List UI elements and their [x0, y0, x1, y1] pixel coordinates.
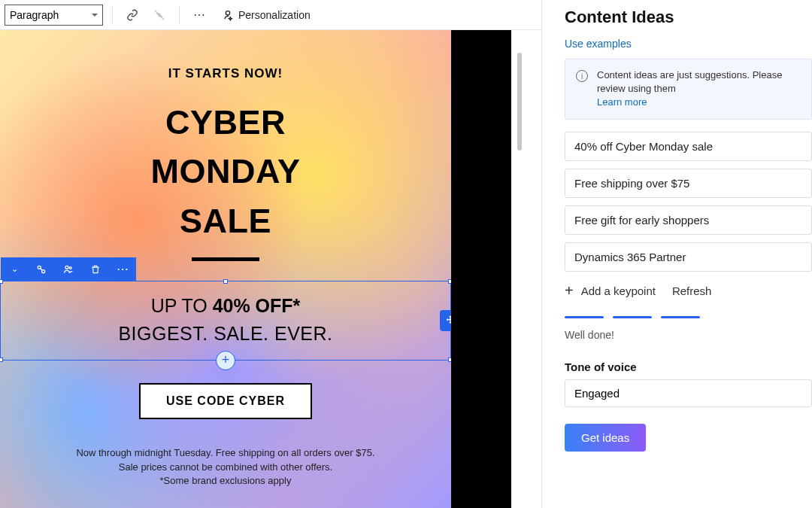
style-select-value: Paragraph — [10, 9, 59, 21]
discount-strong: 40% OFF* — [213, 295, 301, 316]
resize-handle[interactable] — [0, 357, 3, 362]
keypoint-input[interactable]: Free gift for early shoppers — [565, 205, 812, 235]
info-box: i Content ideas are just suggestions. Pl… — [565, 59, 812, 120]
tone-label: Tone of voice — [565, 360, 812, 373]
canvas-wrap: IT STARTS NOW! CYBER MONDAY SALE ⌄ ⋯ UP … — [0, 30, 541, 508]
hero-title: CYBER MONDAY SALE — [0, 98, 451, 245]
keypoint-input[interactable]: Free shipping over $75 — [565, 169, 812, 198]
block-expand-button[interactable]: ⌄ — [1, 257, 28, 281]
add-keypoint-label: Add a keypoint — [581, 284, 656, 297]
personalization-button[interactable]: Personalization — [216, 5, 317, 26]
resize-handle[interactable] — [448, 357, 451, 362]
content-ideas-panel: Content Ideas Use examples i Content ide… — [541, 0, 812, 508]
svg-point-3 — [69, 266, 71, 269]
info-icon: i — [576, 70, 588, 82]
chevron-down-icon — [92, 14, 98, 17]
person-gear-icon — [222, 9, 234, 21]
add-block-button[interactable]: + — [216, 351, 235, 370]
scrollbar-area — [511, 30, 541, 508]
separator — [179, 6, 180, 24]
scrollbar-thumb[interactable] — [517, 53, 522, 151]
block-delete-button[interactable] — [82, 257, 109, 281]
preheader-text: IT STARTS NOW! — [0, 30, 451, 81]
discount-line: UP TO 40% OFF* — [1, 295, 450, 317]
keypoints-list: 40% off Cyber Monday sale Free shipping … — [565, 132, 812, 272]
block-more-button[interactable]: ⋯ — [109, 257, 136, 281]
plus-icon: + — [565, 282, 574, 300]
fine-print-2: Sale prices cannot be combined with othe… — [0, 461, 451, 475]
block-people-button[interactable] — [55, 257, 82, 281]
use-examples-link[interactable]: Use examples — [565, 38, 812, 50]
fine-print-3: *Some brand exclusions apply — [0, 474, 451, 488]
resize-handle[interactable] — [0, 279, 3, 284]
tone-select[interactable]: Engaged — [565, 379, 812, 407]
progress-segment — [613, 316, 652, 318]
unlink-icon — [149, 5, 170, 26]
progress-status: Well done! — [565, 329, 812, 341]
discount-prefix: UP TO — [151, 295, 213, 316]
refresh-button[interactable]: Refresh — [672, 284, 712, 297]
biggest-line: BIGGEST. SALE. EVER. — [1, 323, 450, 345]
selection-texts: UP TO 40% OFF* BIGGEST. SALE. EVER. — [1, 295, 450, 345]
hero-line-2: MONDAY — [0, 147, 451, 196]
email-canvas[interactable]: IT STARTS NOW! CYBER MONDAY SALE ⌄ ⋯ UP … — [0, 30, 451, 508]
add-keypoint-button[interactable]: + Add a keypoint — [565, 282, 656, 300]
personalization-label: Personalization — [238, 9, 311, 21]
editor-pane: Paragraph ⋯ Personalization IT STARTS NO… — [0, 0, 541, 508]
tone-select-value: Engaged — [574, 387, 620, 400]
progress-segment — [661, 316, 700, 318]
block-link-button[interactable] — [28, 257, 55, 281]
panel-title: Content Ideas — [565, 8, 812, 27]
keypoint-actions: + Add a keypoint Refresh — [565, 282, 812, 300]
learn-more-link[interactable]: Learn more — [597, 96, 647, 108]
block-toolbar: ⌄ ⋯ — [1, 257, 136, 281]
resize-handle[interactable] — [448, 279, 451, 284]
drag-handle[interactable] — [440, 310, 451, 331]
hero-line-3: SALE — [0, 196, 451, 245]
keypoint-input[interactable]: 40% off Cyber Monday sale — [565, 132, 812, 161]
editor-toolbar: Paragraph ⋯ Personalization — [0, 0, 541, 30]
resize-handle[interactable] — [223, 279, 228, 284]
more-icon[interactable]: ⋯ — [189, 5, 210, 26]
paragraph-style-select[interactable]: Paragraph — [5, 5, 103, 26]
progress-segment — [565, 316, 604, 318]
fine-print: Now through midnight Tuesday. Free shipp… — [0, 446, 451, 489]
separator — [112, 6, 113, 24]
fine-print-1: Now through midnight Tuesday. Free shipp… — [0, 446, 451, 461]
cta-button[interactable]: USE CODE CYBER — [139, 383, 312, 419]
info-text-body: Content ideas are just suggestions. Plea… — [597, 69, 782, 94]
title-underline — [192, 257, 259, 261]
svg-point-2 — [65, 266, 68, 269]
hero-line-1: CYBER — [0, 98, 451, 147]
selected-text-block[interactable]: ⌄ ⋯ UP TO 40% OFF* BIGGEST. SALE. EVER. — [0, 281, 451, 360]
info-text: Content ideas are just suggestions. Plea… — [597, 68, 801, 110]
canvas-side-strip — [451, 30, 511, 508]
get-ideas-button[interactable]: Get ideas — [565, 424, 646, 452]
link-icon[interactable] — [122, 5, 143, 26]
progress-bars — [565, 316, 812, 318]
keypoint-input[interactable]: Dynamics 365 Partner — [565, 242, 812, 272]
